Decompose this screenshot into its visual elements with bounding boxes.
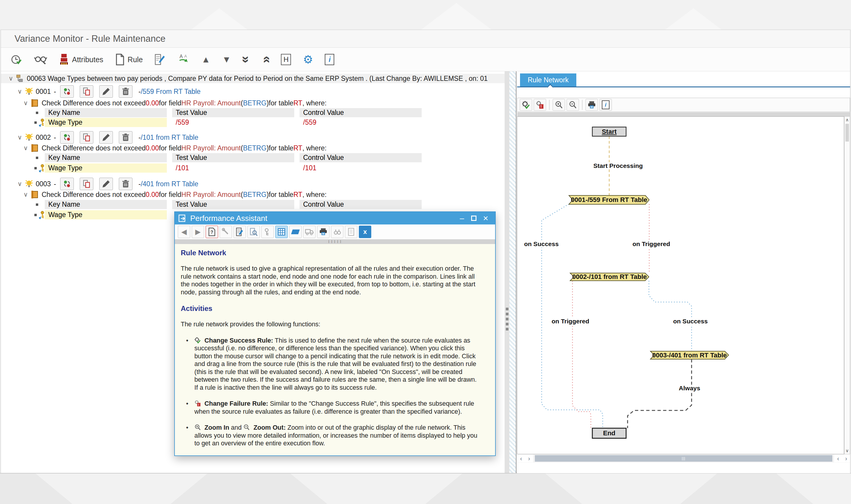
move-down-button[interactable]: ▼: [222, 54, 231, 65]
rule-row-0003[interactable]: ∨ 0003 - - /401 from RT Table: [17, 177, 198, 191]
move-up-button[interactable]: ▲: [202, 54, 210, 65]
scroll-left-icon[interactable]: ‹: [834, 454, 842, 462]
scroll-left-icon[interactable]: ‹: [517, 454, 525, 462]
rule-desc[interactable]: /559 From RT Table: [141, 88, 201, 96]
control-value[interactable]: /559: [299, 118, 422, 127]
condition-row-0002[interactable]: ∨ Check Difference does not exceed 0.00 …: [23, 144, 327, 152]
rule-desc[interactable]: /101 from RT Table: [141, 133, 198, 142]
key-name[interactable]: Wage Type: [45, 210, 167, 219]
toggle-active-button[interactable]: [60, 131, 74, 144]
search-document-button[interactable]: [247, 226, 260, 238]
chevron-down-icon[interactable]: ∨: [17, 134, 22, 141]
toggle-active-button[interactable]: [60, 178, 74, 190]
panel-splitter[interactable]: [505, 71, 517, 473]
edit-document-button[interactable]: [155, 53, 166, 66]
zoom-in-button[interactable]: [553, 99, 565, 111]
tools-button[interactable]: [220, 226, 232, 238]
delete-rule-button[interactable]: [119, 85, 133, 98]
delete-rule-button[interactable]: [119, 178, 133, 190]
performance-assistant-titlebar[interactable]: Performance Assistant – ×: [175, 212, 495, 224]
rule-row-0002[interactable]: ∨ 0002 - - /101 from RT Table: [17, 131, 198, 144]
scroll-down-icon[interactable]: ∨: [845, 448, 850, 453]
find-button[interactable]: [331, 226, 343, 238]
attributes-label: Attributes: [72, 55, 103, 64]
close-icon[interactable]: ×: [480, 213, 491, 223]
chevron-down-icon[interactable]: ∨: [23, 144, 28, 151]
node-rule-0001[interactable]: 0001-/559 From RT Table: [569, 195, 649, 204]
node-end[interactable]: End: [592, 428, 626, 438]
sapscript-button[interactable]: [289, 226, 302, 238]
node-rule-0003[interactable]: 0003-/401 from RT Table: [650, 351, 729, 359]
execute-check-button[interactable]: [11, 54, 22, 66]
test-value[interactable]: /101: [172, 163, 294, 173]
print-button[interactable]: [317, 226, 330, 238]
transport-button[interactable]: [303, 226, 316, 238]
back-button[interactable]: ◀: [178, 226, 190, 238]
node-rule-0002[interactable]: 0002-/101 from RT Table: [570, 273, 649, 281]
rule-row-0001[interactable]: ∨ 0001 - - /559 From RT Table: [17, 85, 201, 98]
node-start[interactable]: Start: [592, 127, 626, 136]
copy-rule-button[interactable]: [80, 85, 93, 98]
attributes-button[interactable]: Attributes: [59, 53, 103, 66]
chevron-down-icon[interactable]: ∨: [23, 100, 28, 107]
collapse-all-button[interactable]: »: [243, 55, 250, 64]
chevron-down-icon[interactable]: ∨: [17, 88, 22, 95]
copy-icon: [83, 133, 90, 142]
chevron-down-icon[interactable]: ∨: [17, 180, 22, 187]
translate-button[interactable]: AA: [177, 53, 190, 66]
zoom-out-button[interactable]: [567, 99, 579, 111]
key-name[interactable]: Wage Type: [45, 118, 167, 127]
chevron-down-icon[interactable]: ∨: [8, 75, 13, 82]
edit-page-button[interactable]: [233, 226, 246, 238]
change-success-rule-button[interactable]: [520, 99, 532, 111]
maximize-icon[interactable]: [468, 214, 480, 223]
chevron-down-icon[interactable]: ∨: [23, 191, 28, 198]
copy-rule-button[interactable]: [80, 178, 93, 190]
print-network-button[interactable]: [586, 99, 598, 111]
list-button[interactable]: [345, 226, 357, 238]
assistant-grip[interactable]: | | | | |: [175, 239, 495, 244]
edit-rule-button[interactable]: [99, 131, 113, 144]
rule-desc-dash: -: [138, 180, 141, 188]
horizontal-scroll-thumb[interactable]: |||: [535, 455, 832, 462]
splitter-bar[interactable]: [505, 71, 509, 473]
toggle-active-button[interactable]: [60, 85, 74, 98]
rule-button[interactable]: Rule: [115, 54, 143, 66]
test-value[interactable]: /559: [172, 118, 294, 127]
vertical-scrollbar[interactable]: ∧ ∨: [844, 116, 850, 454]
network-diagram[interactable]: Start 0001-/559 From RT Table 0002-/101 …: [517, 116, 844, 454]
minimize-icon[interactable]: –: [456, 214, 468, 223]
control-value[interactable]: /101: [299, 163, 422, 173]
close-help-button[interactable]: x: [359, 226, 371, 238]
condition-row-0003[interactable]: ∨ Check Difference does not exceed 0.00 …: [23, 190, 327, 199]
tree-root-row[interactable]: ∨ 00063 Wage Types between two pay perio…: [1, 74, 505, 83]
printer-icon: [587, 101, 596, 109]
table-view-button[interactable]: [275, 226, 288, 238]
display-change-button[interactable]: [34, 54, 47, 65]
expand-all-button[interactable]: »: [262, 55, 269, 64]
edit-rule-button[interactable]: [99, 85, 113, 98]
key-button[interactable]: [261, 226, 274, 238]
column-header-row: Key Name Test Value Control Value: [1, 108, 505, 117]
network-info-button[interactable]: i: [600, 99, 612, 111]
tab-rule-network[interactable]: Rule Network: [520, 73, 576, 87]
copy-rule-button[interactable]: [80, 131, 93, 144]
help-document-button[interactable]: ?: [206, 226, 218, 238]
info-button[interactable]: i: [325, 54, 334, 65]
edit-rule-button[interactable]: [99, 178, 113, 190]
scroll-right-icon[interactable]: ›: [842, 454, 850, 462]
key-name[interactable]: Wage Type: [45, 163, 167, 173]
settings-button[interactable]: ⚙: [303, 54, 313, 65]
condition-row-0001[interactable]: ∨ Check Difference does not exceed 0.00 …: [23, 98, 327, 108]
rule-separator: -: [54, 133, 56, 142]
delete-rule-button[interactable]: [119, 131, 133, 144]
vertical-scroll-thumb[interactable]: [845, 124, 849, 142]
scroll-right-icon[interactable]: ›: [525, 454, 533, 462]
column-header-test: Test Value: [172, 108, 294, 117]
change-failure-rule-button[interactable]: !: [534, 99, 546, 111]
header-button[interactable]: H: [281, 54, 291, 65]
horizontal-scrollbar[interactable]: ‹ › ||| ‹ ›: [517, 454, 850, 463]
rule-desc[interactable]: /401 from RT Table: [141, 180, 198, 188]
forward-button[interactable]: ▶: [192, 226, 204, 238]
scroll-up-icon[interactable]: ∧: [845, 117, 850, 123]
